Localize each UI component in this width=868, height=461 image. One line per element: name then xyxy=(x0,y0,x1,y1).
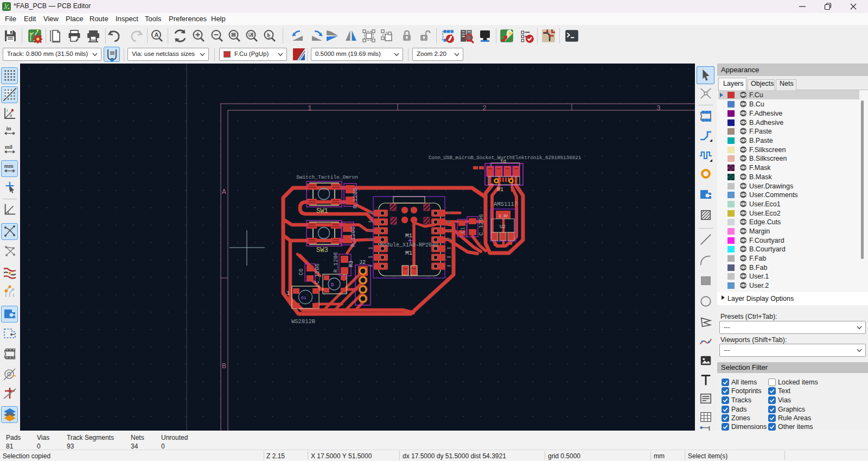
svg-text:3: 3 xyxy=(656,104,661,112)
svg-text:Switch_Tactile_Omron: Switch_Tactile_Omron xyxy=(296,174,358,180)
svg-text:mil: mil xyxy=(5,144,12,150)
svg-text:A: A xyxy=(155,31,159,38)
svg-text:J2: J2 xyxy=(359,260,366,266)
svg-text:SW1: SW1 xyxy=(316,207,328,215)
svg-text:θ: θ xyxy=(10,113,12,118)
svg-text:P1: P1 xyxy=(497,187,503,193)
svg-text:C_1206: C_1206 xyxy=(478,214,484,236)
svg-text:AMS1117: AMS1117 xyxy=(494,201,518,207)
svg-text:R_1206: R_1206 xyxy=(350,226,356,247)
svg-text:3.3V: 3.3V xyxy=(499,214,508,218)
svg-text:in: in xyxy=(7,125,11,131)
svg-text:U2: U2 xyxy=(500,224,506,230)
svg-text:D: D xyxy=(331,282,334,288)
svg-text:1: 1 xyxy=(308,104,312,112)
svg-text:R_1206: R_1206 xyxy=(333,252,339,273)
svg-text:1: 1 xyxy=(286,291,290,296)
svg-text:2: 2 xyxy=(482,104,487,112)
svg-text:r: r xyxy=(7,108,8,113)
svg-text:B: B xyxy=(222,362,226,370)
svg-text:R3: R3 xyxy=(348,261,354,267)
svg-text:SW3: SW3 xyxy=(316,247,328,254)
svg-text:C_1206: C_1206 xyxy=(314,263,321,284)
svg-text:D1: D1 xyxy=(301,295,307,300)
svg-text:M1: M1 xyxy=(405,250,413,256)
svg-text:C6: C6 xyxy=(298,268,304,275)
svg-text:Module_XIAO-RP2040: Module_XIAO-RP2040 xyxy=(380,242,438,248)
svg-text:M1: M1 xyxy=(405,232,413,239)
svg-text:WS2812B: WS2812B xyxy=(291,318,315,325)
svg-text:C1: C1 xyxy=(460,227,466,233)
svg-text:A: A xyxy=(222,188,226,196)
svg-text:R_1206: R_1206 xyxy=(352,188,359,209)
svg-text:mm: mm xyxy=(4,163,14,169)
